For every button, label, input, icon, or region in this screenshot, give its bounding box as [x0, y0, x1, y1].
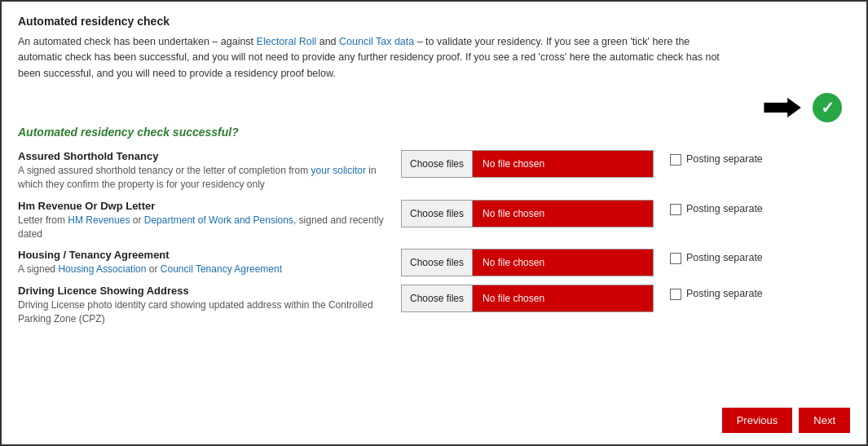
- posting-checkbox-0[interactable]: [670, 154, 681, 166]
- posting-label-2: Posting separate: [686, 252, 763, 263]
- item-title-1: Hm Revenue Or Dwp Letter: [18, 200, 393, 212]
- file-chosen-label-3: No file chosen: [473, 285, 653, 311]
- automated-success-label: Automated residency check successful?: [18, 126, 850, 139]
- item-center-3: Choose files No file chosen: [401, 285, 662, 312]
- item-left-3: Driving Licence Showing Address Driving …: [18, 285, 393, 326]
- item-desc-1: Letter from HM Revenues or Department of…: [18, 214, 393, 241]
- item-left-0: Assured Shorthold Tenancy A signed assur…: [18, 150, 393, 192]
- item-center-2: Choose files No file chosen: [401, 249, 662, 276]
- next-button[interactable]: Next: [799, 408, 850, 433]
- desc-line2: automatic check has been successful, and…: [18, 51, 720, 63]
- posting-checkbox-3[interactable]: [670, 289, 681, 300]
- item-desc-0: A signed assured shorthold tenancy or th…: [18, 164, 393, 192]
- item-right-3: Posting separate: [670, 285, 850, 300]
- item-row-1: Hm Revenue Or Dwp Letter Letter from HM …: [18, 200, 850, 241]
- posting-checkbox-1[interactable]: [670, 204, 681, 215]
- choose-files-btn-0[interactable]: Choose files: [402, 151, 473, 177]
- file-input-wrapper-3: Choose files No file chosen: [401, 285, 654, 312]
- item-row-3: Driving Licence Showing Address Driving …: [18, 285, 850, 326]
- previous-button[interactable]: Previous: [722, 408, 793, 433]
- choose-files-btn-3[interactable]: Choose files: [402, 285, 473, 311]
- item-right-1: Posting separate: [670, 200, 850, 215]
- posting-label-0: Posting separate: [686, 153, 763, 165]
- description: An automated check has been undertaken –…: [18, 34, 850, 82]
- item-title-3: Driving Licence Showing Address: [18, 285, 393, 297]
- item-desc-2: A signed Housing Association or Council …: [18, 263, 393, 276]
- svg-marker-0: [764, 97, 801, 118]
- file-input-wrapper-2: Choose files No file chosen: [401, 249, 654, 276]
- posting-label-3: Posting separate: [686, 288, 763, 299]
- desc-line1: An automated check has been undertaken –…: [18, 36, 690, 47]
- item-right-0: Posting separate: [670, 150, 850, 166]
- file-chosen-label-2: No file chosen: [473, 249, 653, 276]
- desc-line3: been successful, and you will need to pr…: [18, 68, 336, 79]
- item-row-0: Assured Shorthold Tenancy A signed assur…: [18, 150, 850, 192]
- item-center-1: Choose files No file chosen: [401, 200, 662, 227]
- choose-files-btn-1[interactable]: Choose files: [402, 201, 473, 227]
- item-right-2: Posting separate: [670, 249, 850, 264]
- file-chosen-label-1: No file chosen: [473, 201, 653, 227]
- file-chosen-label-0: No file chosen: [473, 151, 653, 177]
- file-input-wrapper-1: Choose files No file chosen: [401, 200, 654, 227]
- page-container: Automated residency check An automated c…: [0, 0, 868, 446]
- item-desc-3: Driving License photo identity card show…: [18, 298, 393, 326]
- item-title-2: Housing / Tenancy Agreement: [18, 249, 393, 261]
- file-input-wrapper-0: Choose files No file chosen: [401, 150, 654, 178]
- green-check-icon: [813, 93, 842, 122]
- posting-checkbox-2[interactable]: [670, 253, 681, 264]
- item-left-1: Hm Revenue Or Dwp Letter Letter from HM …: [18, 200, 393, 241]
- item-row-2: Housing / Tenancy Agreement A signed Hou…: [18, 249, 850, 276]
- footer-buttons: Previous Next: [722, 408, 850, 433]
- item-center-0: Choose files No file chosen: [401, 150, 662, 178]
- item-left-2: Housing / Tenancy Agreement A signed Hou…: [18, 249, 393, 276]
- choose-files-btn-2[interactable]: Choose files: [402, 249, 473, 276]
- posting-label-1: Posting separate: [686, 203, 763, 214]
- item-title-0: Assured Shorthold Tenancy: [18, 150, 393, 162]
- page-title: Automated residency check: [18, 15, 850, 28]
- check-status-row: [18, 93, 850, 122]
- arrow-icon: [764, 95, 803, 121]
